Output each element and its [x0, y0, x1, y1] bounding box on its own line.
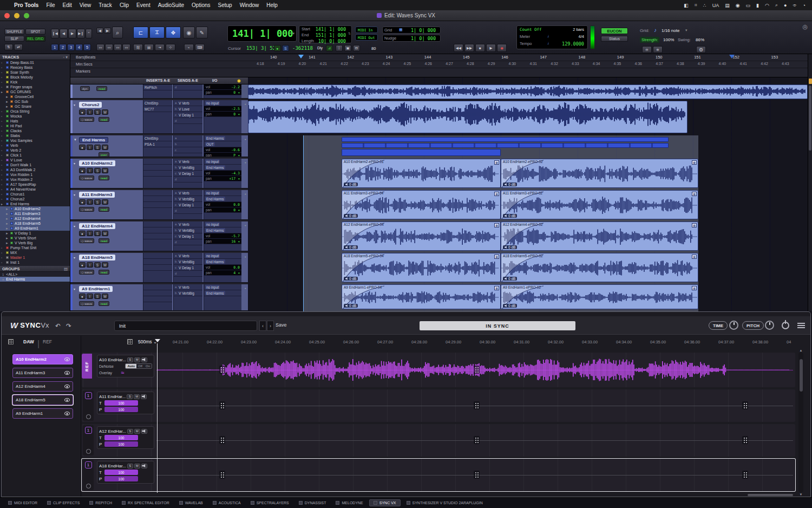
- audio-clip[interactable]: A12 EndHarm4-ePRO-02▦0 dB: [501, 222, 698, 251]
- keyboard-icon[interactable]: ▤: [725, 3, 730, 8]
- ruler-area[interactable]: Bars|Beats140141142143144145146147148149…: [70, 54, 812, 77]
- menubar-item-event[interactable]: Event: [136, 2, 150, 8]
- input-monitor-button[interactable]: I: [87, 145, 93, 150]
- send-slot[interactable]: bV VerbBig: [174, 290, 202, 296]
- sync-anchor-grip[interactable]: [474, 401, 480, 409]
- window-tab-wavelab[interactable]: WAVELAB: [175, 500, 207, 506]
- fast-forward-button[interactable]: ▶▶: [464, 44, 474, 52]
- io-input[interactable]: no input: [204, 222, 241, 227]
- sidebar-track-verb2[interactable]: ▫Verb 2: [0, 148, 70, 153]
- zoomer-tool-icon[interactable]: ⌕: [112, 27, 123, 38]
- clip-fade-handle-icon[interactable]: ▦: [494, 192, 499, 196]
- menubar-item-view[interactable]: View: [80, 2, 91, 8]
- sidebar-track-dontwalk1[interactable]: ▫Don't Walk 1: [0, 162, 70, 167]
- sidebar-track-voxriddim2[interactable]: ▫Vox Riddim 2: [0, 177, 70, 182]
- stop-button[interactable]: ■: [475, 44, 485, 52]
- daw-tab[interactable]: DAW: [23, 339, 34, 344]
- plugin-track-a18endharm5[interactable]: A18 EndHarm5: [12, 395, 73, 405]
- tracks-panel-header[interactable]: TRACKS◦ ▾: [0, 54, 70, 60]
- io-input[interactable]: no input: [204, 253, 241, 259]
- ruler-label-minsecs[interactable]: Min:Secs: [76, 62, 93, 67]
- solo-button[interactable]: S: [127, 394, 133, 399]
- volume-display[interactable]: vol0.0: [204, 202, 241, 207]
- sidebar-track-chorus1[interactable]: ▫Chorus1: [0, 192, 70, 197]
- sidebar-track-orcastring[interactable]: ▫Orca String: [0, 109, 70, 114]
- send-slot[interactable]: aV Verb: [174, 284, 202, 290]
- sidebar-track-a4neverknew[interactable]: ▫A4 NeverKnew: [0, 187, 70, 192]
- denoise-option-auto[interactable]: Auto: [126, 364, 136, 368]
- tab-transient-icon[interactable]: ⌁: [184, 44, 194, 51]
- transport-rtz-button[interactable]: ❙◀: [51, 29, 59, 38]
- pan-display[interactable]: panP ◂: [204, 153, 241, 158]
- main-counter[interactable]: 141| 1| 000 ▾: [227, 25, 297, 42]
- automation-mode-selector[interactable]: read: [99, 175, 109, 180]
- window-tab-dynassist[interactable]: DYNASSIST: [295, 500, 330, 506]
- sidebar-track-vocsamples[interactable]: ▫Voc Samples: [0, 138, 70, 143]
- window-tab-syncvx[interactable]: SYNC VX: [369, 499, 401, 506]
- clip-gain-badge[interactable]: 0 dB: [503, 183, 517, 186]
- sidebar-track-clacks[interactable]: ▫Clacks: [0, 128, 70, 133]
- send-slot[interactable]: d: [174, 118, 202, 124]
- pan-display[interactable]: pan0 ◂: [204, 207, 241, 213]
- clip-gain-badge[interactable]: 0 dB: [344, 183, 358, 186]
- menubar-item-setup[interactable]: Setup: [218, 2, 232, 8]
- mode-grid-button[interactable]: REL GRID: [25, 36, 45, 42]
- collapse-arrow-icon[interactable]: ▾: [74, 224, 75, 228]
- edit-vertical-scrollbar[interactable]: [808, 54, 812, 311]
- pencil-tool-button[interactable]: ✎: [196, 27, 208, 38]
- scrubber-tool-button[interactable]: ◉: [183, 27, 195, 38]
- mute-button[interactable]: M: [134, 394, 140, 399]
- send-slot[interactable]: cV Delay 1: [174, 265, 202, 271]
- sidebar-track-gcsub[interactable]: ►GC Sub: [0, 99, 70, 104]
- clip-fade-handle-icon[interactable]: ▦: [494, 223, 499, 227]
- zoom-preset-number-2[interactable]: 2: [59, 44, 67, 51]
- transport-fwd-button[interactable]: ▶: [68, 29, 76, 38]
- mute-button[interactable]: M: [134, 464, 140, 468]
- sync-anchor-grip[interactable]: [742, 401, 748, 409]
- groups-panel-header[interactable]: GROUPS▤: [0, 266, 70, 272]
- collapse-arrow-icon[interactable]: ▼: [74, 138, 77, 141]
- sidebar-track-reeceybass[interactable]: ▫Reecey Bass: [0, 65, 70, 70]
- track-header-chorus2[interactable]: ▾Chorus2●ISM◇ wavereadChnlStrpMC77aV Ver…: [70, 100, 248, 134]
- menubar-item-options[interactable]: Options: [192, 2, 210, 8]
- insert-slot[interactable]: ChnlStrp: [143, 135, 172, 141]
- sidebar-track-a10endharm2[interactable]: ►A10 EndHarm2: [0, 206, 70, 211]
- dub-lane-a18endhar[interactable]: 1A18 EndHar...SMT100P100: [82, 459, 795, 491]
- track-plus-button[interactable]: +: [244, 138, 246, 141]
- collapse-arrow-icon[interactable]: ▾: [74, 193, 75, 197]
- send-slot[interactable]: bV VerbBig: [174, 196, 202, 202]
- audio-clip[interactable]: A18 EndHarm5-ePRO-04▦0 dB: [342, 253, 501, 282]
- lane-number-badge[interactable]: 1: [85, 461, 92, 468]
- clip-gain-badge[interactable]: 0 dB: [344, 304, 358, 308]
- overlay-waveform-icon[interactable]: ≈: [121, 369, 124, 376]
- sidebar-track-a9endharm1[interactable]: ►A9 EndHarm1: [0, 226, 70, 231]
- send-slot[interactable]: aV Verb: [174, 253, 202, 259]
- pitch-amount-slider[interactable]: 100: [104, 441, 138, 447]
- insert-slot[interactable]: PSA-1: [143, 141, 172, 147]
- sync-anchor-grip[interactable]: [219, 436, 225, 444]
- sync-anchor-grip[interactable]: [219, 471, 225, 479]
- io-output[interactable]: End Harms: [204, 165, 241, 171]
- delay-comp-icon[interactable]: ⊿: [326, 45, 333, 51]
- zoom-preset-number-3[interactable]: 3: [67, 44, 75, 51]
- clip-gain-badge[interactable]: 0 dB: [503, 245, 517, 249]
- groups-panel-keyboard-icon[interactable]: ▤: [64, 266, 68, 271]
- sidebar-track-blockmelody[interactable]: ▫Block Melody: [0, 75, 70, 80]
- track-plus-button[interactable]: +: [244, 102, 246, 106]
- mute-button[interactable]: M: [102, 231, 108, 236]
- strength-value[interactable]: 100%: [663, 37, 674, 42]
- audio-clip[interactable]: A12 EndHarm4-ePRO-04▦0 dB: [342, 222, 501, 251]
- window-tab-acoustica[interactable]: ACOUSTICA: [209, 500, 245, 506]
- track-header-partial[interactable]: dynreadRePitchdvol-2.2pan0 ◂: [70, 84, 248, 99]
- insertion-follows-icon[interactable]: ⇥: [155, 44, 165, 51]
- visibility-eye-icon[interactable]: [64, 412, 70, 415]
- mute-button[interactable]: M: [102, 168, 108, 173]
- lane-power-icon[interactable]: [86, 449, 91, 454]
- clip-gain-badge[interactable]: 0 dB: [503, 304, 517, 308]
- zoom-in-button[interactable]: ⊕: [653, 46, 663, 53]
- pan-display[interactable]: pan0 ◂: [204, 90, 241, 95]
- eucon-badge[interactable]: EUCON: [601, 28, 628, 34]
- track-lane[interactable]: A9 EndHarm1-ePRO-04▦0 dBA9 EndHarm1-ePRO…: [248, 284, 808, 309]
- sidebar-track-fingersnaps[interactable]: ▫Finger snaps: [0, 84, 70, 89]
- mode-shuffle-button[interactable]: SHUFFLE: [4, 29, 24, 35]
